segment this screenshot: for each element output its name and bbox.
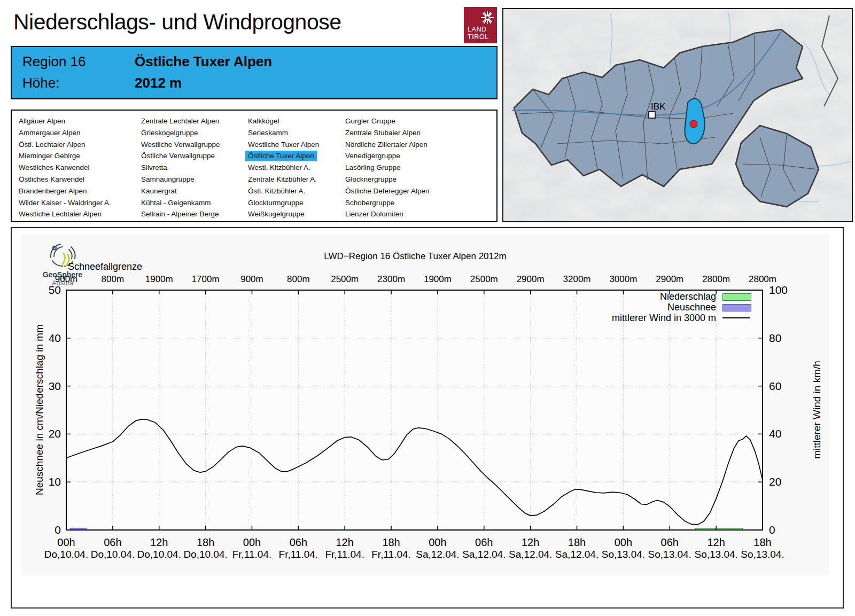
- region-header: Region 16 Östliche Tuxer Alpen Höhe: 201…: [11, 46, 498, 99]
- land-tirol-logo-text: LAND TIROL: [468, 26, 489, 41]
- hoehe-label: Höhe:: [22, 75, 59, 91]
- region-list-item[interactable]: Samnaungruppe: [141, 174, 195, 185]
- legend-label: Neuschnee: [556, 302, 716, 312]
- region-number-label: Region 16: [22, 53, 86, 69]
- region-list-item[interactable]: Westl. Kitzbühler A.: [248, 162, 310, 173]
- y-right-tick-label: 80: [769, 332, 801, 345]
- region-name: Östliche Tuxer Alpen: [135, 53, 272, 70]
- snowline-value: 2800m: [730, 274, 795, 285]
- ibk-label: IBK: [651, 102, 666, 112]
- x-tick-hour: 18h: [730, 536, 795, 549]
- region-list-item[interactable]: Östliche Verwallgruppe: [141, 151, 215, 161]
- region-list-item-selected[interactable]: Östliche Tuxer Alpen: [245, 151, 317, 161]
- y-axis-right-title: mittlerer Wind in km/h: [811, 361, 823, 459]
- y-left-tick-label: 30: [29, 380, 61, 393]
- tirol-map: IBK: [502, 8, 853, 222]
- region-list-item[interactable]: Östl. Kitzbühler A.: [248, 186, 305, 197]
- tirol-map-svg[interactable]: IBK: [503, 9, 852, 221]
- legend-swatch-line: [722, 317, 750, 318]
- region-list-item[interactable]: Lasörling Gruppe: [345, 162, 401, 173]
- ibk-marker: [649, 112, 655, 118]
- region-list-item[interactable]: Grieskogelgruppe: [141, 128, 198, 138]
- legend-label: Niederschlag: [556, 292, 716, 301]
- region-list-item[interactable]: Silvretta: [141, 162, 167, 173]
- legend-swatch-box: [722, 304, 751, 311]
- region-list-item[interactable]: Sellrain - Alpeiner Berge: [141, 209, 219, 220]
- region-list-item[interactable]: Westliche Verwallgruppe: [141, 139, 220, 150]
- legend-swatch-box: [722, 293, 751, 301]
- y-left-tick-label: 40: [29, 332, 61, 345]
- y-right-tick-label: 40: [769, 427, 801, 440]
- region-list-item[interactable]: Mieminger Gebirge: [19, 151, 80, 161]
- y-right-tick-label: 20: [769, 475, 801, 488]
- region-list-item[interactable]: Kühtai - Geigenkamm: [141, 198, 211, 208]
- region-list-item[interactable]: Brandenberger Alpen: [19, 186, 87, 197]
- y-right-tick-label: 100: [769, 284, 801, 297]
- region-list-item[interactable]: Kalkkögel: [248, 116, 279, 127]
- region-list-item[interactable]: Westliches Karwendel: [19, 162, 90, 173]
- region-list-item[interactable]: Glocknergruppe: [345, 174, 397, 185]
- land-tirol-logo: LAND TIROL: [464, 7, 497, 43]
- region-list-item[interactable]: Westliche Tuxer Alpen: [248, 139, 319, 150]
- y-right-tick-label: 0: [769, 524, 801, 536]
- region-list-item[interactable]: Westliche Lechtaler Alpen: [19, 209, 102, 220]
- forecast-chart-panel: GeoSphere Austria LWD−Region 16 Östliche…: [11, 227, 844, 609]
- region-list-item[interactable]: Lienzer Dolomiten: [345, 209, 403, 220]
- legend-label: mittlerer Wind in 3000 m: [556, 313, 716, 323]
- region-list: Allgäuer AlpenAmmergauer AlpenÖstl. Lech…: [11, 110, 498, 222]
- region-list-item[interactable]: Zentrale Lechtaler Alpen: [141, 116, 219, 127]
- region-list-item[interactable]: Weißkugelgruppe: [248, 209, 305, 220]
- region-list-item[interactable]: Zentrale Stubaier Alpen: [345, 128, 421, 138]
- y-right-tick-label: 60: [769, 380, 801, 393]
- y-left-tick-label: 0: [29, 524, 61, 536]
- y-axis-left-title: Neuschnee in cm/Niederschlag in mm: [34, 324, 45, 495]
- region-list-item[interactable]: Schobergruppe: [345, 198, 394, 208]
- region-list-item[interactable]: Östl. Lechtaler Alpen: [19, 139, 86, 150]
- hoehe-value: 2012 m: [135, 75, 182, 91]
- region-list-item[interactable]: Glockturmgruppe: [248, 198, 304, 208]
- region-list-item[interactable]: Nördliche Zillertaler Alpen: [345, 139, 428, 150]
- y-left-tick-label: 50: [29, 284, 61, 297]
- region-list-item[interactable]: Östliches Karwendel: [19, 174, 84, 185]
- region-list-item[interactable]: Allgäuer Alpen: [19, 116, 65, 127]
- x-tick-date: So,13.04.: [728, 549, 797, 560]
- region-list-item[interactable]: Serleskamm: [248, 128, 288, 138]
- y-left-tick-label: 20: [29, 427, 61, 440]
- region-list-item[interactable]: Venedigergruppe: [345, 151, 400, 161]
- region-list-item[interactable]: Östliche Deferegger Alpen: [345, 186, 430, 197]
- page-title: Niederschlags- und Windprognose: [13, 10, 341, 35]
- y-left-tick-label: 10: [29, 475, 61, 488]
- region-list-item[interactable]: Gurgler Gruppe: [345, 116, 395, 127]
- selected-region-marker: [690, 120, 697, 128]
- region-list-item[interactable]: Zentrale Kitzbühler A.: [248, 174, 317, 185]
- region-list-item[interactable]: Ammergauer Alpen: [19, 128, 81, 138]
- region-list-item[interactable]: Wilder Kaiser - Waidringer A.: [19, 198, 111, 208]
- region-list-item[interactable]: Kaunergrat: [141, 186, 177, 197]
